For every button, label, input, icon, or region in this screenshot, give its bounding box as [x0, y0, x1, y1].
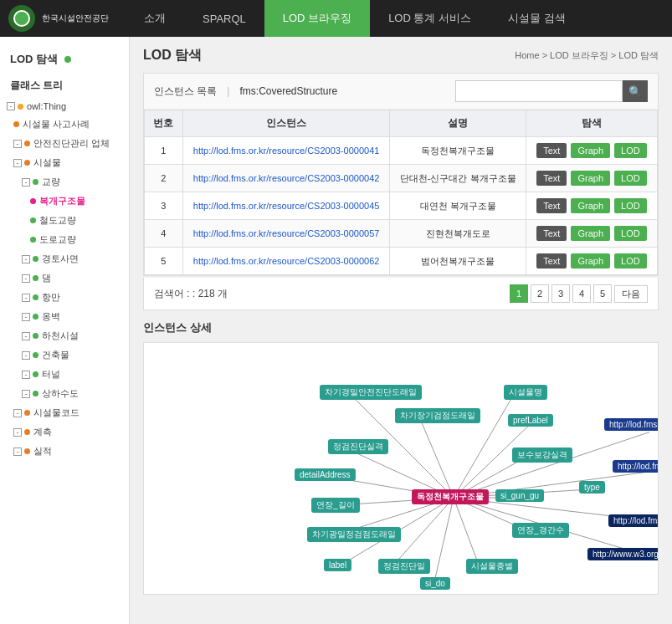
tree-dot — [24, 448, 30, 454]
graph-node[interactable]: 시설물종별 — [466, 559, 518, 574]
graph-node[interactable]: 보수보강실격 — [512, 448, 572, 463]
page-2[interactable]: 2 — [531, 284, 549, 303]
tree-item-bridge[interactable]: - 교량 — [0, 172, 129, 192]
graph-node[interactable]: 정검진단일 — [378, 559, 430, 574]
cell-no: 1 — [145, 137, 183, 165]
btn-graph-2[interactable]: Graph — [571, 198, 610, 213]
cell-instance[interactable]: http://lod.fms.or.kr/resource/CS2003-000… — [182, 192, 390, 220]
result-count: 검색어 : : 218 개 — [154, 287, 228, 301]
btn-graph-1[interactable]: Graph — [571, 171, 610, 186]
cell-instance[interactable]: http://lod.fms.or.kr/resource/CS2003-000… — [182, 137, 390, 165]
tree-item-tunnel[interactable]: - 터널 — [0, 365, 129, 384]
tree-dot — [33, 256, 38, 262]
graph-node[interactable]: si_do — [420, 577, 450, 590]
cell-instance[interactable]: http://lod.fms.or.kr/resource/CS2003-000… — [182, 220, 390, 248]
nav-item-sparql[interactable]: SPARQL — [184, 0, 264, 37]
expand-btn[interactable]: - — [13, 140, 22, 148]
graph-node[interactable]: type — [579, 481, 605, 494]
graph-node[interactable]: label — [324, 559, 351, 571]
tree-dot — [24, 141, 30, 146]
btn-graph-4[interactable]: Graph — [571, 253, 610, 269]
tree-item-railway-bridge[interactable]: 철도교량 — [0, 211, 129, 230]
cell-instance[interactable]: http://lod.fms.or.kr/resource/CS2003-000… — [182, 165, 390, 192]
col-header-instance: 인스턴스 — [182, 110, 390, 137]
tree-item-measurement[interactable]: - 계측 — [0, 422, 129, 442]
graph-node[interactable]: 차기경밀안전진단도래일 — [320, 385, 422, 400]
logo-text: 한국시설안전공단 — [42, 13, 109, 23]
expand-btn[interactable]: - — [22, 294, 30, 302]
tree-item-facilities[interactable]: - 시설물 — [0, 153, 129, 172]
btn-text-2[interactable]: Text — [536, 198, 567, 213]
btn-text-1[interactable]: Text — [536, 171, 567, 186]
tree-item-harbor[interactable]: - 항만 — [0, 288, 129, 307]
cell-actions: Text Graph LOD — [526, 137, 657, 165]
page-4[interactable]: 4 — [572, 284, 591, 303]
graph-node[interactable]: 연장_길이 — [311, 498, 360, 513]
tree-item-retaining[interactable]: - 옹벽 — [0, 307, 129, 326]
top-navigation: 한국시설안전공단 소개 SPARQL LOD 브라우징 LOD 통계 서비스 시… — [0, 0, 672, 37]
tree-item-performance[interactable]: - 실적 — [0, 442, 129, 461]
expand-btn[interactable]: - — [13, 428, 22, 437]
expand-btn[interactable]: - — [22, 274, 30, 283]
graph-node[interactable]: http://www.w3.org/20... — [587, 548, 659, 560]
page-5[interactable]: 5 — [593, 284, 612, 303]
nav-item-search[interactable]: 시설물 검색 — [490, 0, 584, 37]
graph-node[interactable]: http://lod.fms.or.kr... — [613, 460, 659, 473]
graph-node[interactable]: si_gun_gu — [495, 489, 544, 502]
btn-text-0[interactable]: Text — [536, 143, 567, 158]
expand-btn[interactable]: - — [13, 159, 22, 167]
graph-node[interactable]: 시설물명 — [504, 385, 547, 400]
nav-item-intro[interactable]: 소개 — [126, 0, 184, 37]
btn-lod-1[interactable]: LOD — [614, 171, 647, 186]
nav-item-lod-browse[interactable]: LOD 브라우징 — [264, 0, 370, 37]
col-header-action: 탐색 — [526, 110, 657, 137]
tree-item-slope[interactable]: - 경토사면 — [0, 249, 129, 269]
page-3[interactable]: 3 — [551, 284, 570, 303]
tree-item-safety[interactable]: - 안전진단관리 업체 — [0, 134, 129, 153]
btn-text-4[interactable]: Text — [536, 253, 567, 269]
search-button[interactable]: 🔍 — [623, 80, 648, 102]
expand-btn[interactable]: - — [22, 178, 30, 187]
expand-btn[interactable]: - — [7, 102, 15, 110]
tree-item-river[interactable]: - 하천시설 — [0, 326, 129, 345]
tree-item-building[interactable]: - 건축물 — [0, 345, 129, 365]
expand-btn[interactable]: - — [22, 313, 30, 321]
graph-node[interactable]: 차기장기검점도래일 — [395, 408, 480, 423]
page-1[interactable]: 1 — [510, 284, 528, 303]
btn-graph-0[interactable]: Graph — [571, 143, 610, 158]
tree-label: 복개구조물 — [39, 195, 85, 207]
graph-node[interactable]: prefLabel — [508, 414, 553, 427]
expand-btn[interactable]: - — [22, 332, 30, 340]
expand-btn[interactable]: - — [22, 351, 30, 360]
graph-node[interactable]: detailAddress — [295, 468, 356, 481]
tree-item-covered-structure[interactable]: 복개구조물 — [0, 192, 129, 211]
btn-lod-4[interactable]: LOD — [614, 253, 647, 269]
btn-graph-3[interactable]: Graph — [571, 226, 610, 241]
tree-item-waterworks[interactable]: - 상하수도 — [0, 384, 129, 403]
graph-node[interactable]: http://lod.fms.or.kr... — [608, 514, 659, 527]
search-input[interactable] — [455, 80, 623, 102]
btn-lod-3[interactable]: LOD — [614, 226, 647, 241]
tree-item-owl-thing[interactable]: - owl:Thing — [0, 98, 129, 115]
btn-lod-0[interactable]: LOD — [614, 143, 647, 158]
tree-item-road-bridge[interactable]: 도로교량 — [0, 230, 129, 249]
cell-instance[interactable]: http://lod.fms.or.kr/resource/CS2003-000… — [182, 248, 390, 275]
graph-node[interactable]: http://lod.fms.or.kr... — [604, 418, 659, 431]
graph-node[interactable]: 독정천복개구조물 — [412, 489, 489, 504]
tree-item-code[interactable]: - 시설물코드 — [0, 403, 129, 422]
graph-node[interactable]: 차기광일정검점도래일 — [307, 527, 401, 542]
tree-item-accident[interactable]: 시설물 사고사례 — [0, 115, 129, 134]
expand-btn[interactable]: - — [22, 255, 30, 263]
expand-btn[interactable]: - — [22, 390, 30, 398]
filter-value: fms:CoveredStructure — [239, 85, 337, 97]
btn-text-3[interactable]: Text — [536, 226, 567, 241]
expand-btn[interactable]: - — [13, 448, 22, 456]
expand-btn[interactable]: - — [13, 409, 22, 417]
btn-lod-2[interactable]: LOD — [614, 198, 647, 213]
graph-node[interactable]: 정검진단실격 — [328, 439, 388, 454]
expand-btn[interactable]: - — [22, 371, 30, 379]
nav-item-lod-stats[interactable]: LOD 통계 서비스 — [370, 0, 490, 37]
tree-item-dam[interactable]: - 댐 — [0, 269, 129, 288]
page-next[interactable]: 다음 — [614, 285, 648, 303]
graph-node[interactable]: 연장_경간수 — [512, 523, 569, 538]
